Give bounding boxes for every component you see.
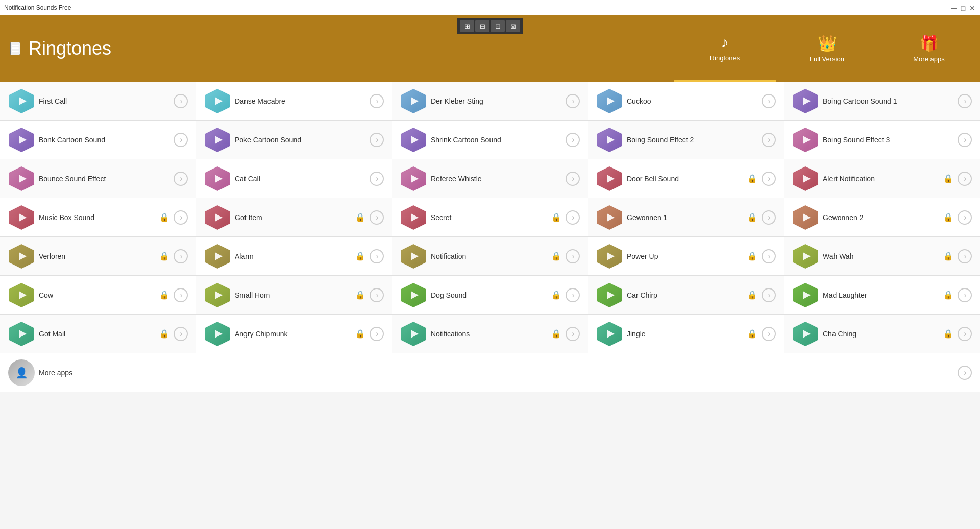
chevron-button[interactable] (566, 94, 580, 108)
play-button[interactable] (792, 321, 819, 347)
sound-name: Music Box Sound (39, 213, 155, 222)
play-button[interactable] (792, 204, 819, 231)
play-button[interactable] (792, 88, 819, 114)
sound-item: Gewonnen 1🔒 (588, 198, 784, 237)
menu-button[interactable]: ☰ (10, 42, 20, 55)
play-button[interactable] (400, 321, 427, 347)
sound-item: Poke Cartoon Sound (196, 121, 392, 159)
chevron-button[interactable] (762, 172, 776, 186)
maximize-button[interactable]: □ (960, 4, 967, 11)
sound-name: Got Mail (39, 330, 155, 338)
chevron-button[interactable] (762, 210, 776, 225)
play-button[interactable] (596, 282, 623, 308)
tab-ringtones[interactable]: ♪ Ringtones (674, 15, 776, 82)
chevron-button[interactable] (370, 133, 384, 147)
chevron-button[interactable] (958, 133, 972, 147)
chevron-button[interactable] (762, 288, 776, 302)
play-button[interactable] (8, 165, 35, 192)
chevron-button[interactable] (958, 94, 972, 108)
chevron-button[interactable] (762, 133, 776, 147)
toolbar-btn-1[interactable]: ⊞ (460, 20, 474, 32)
play-button[interactable] (8, 282, 35, 308)
sound-item: Verloren🔒 (0, 237, 196, 276)
chevron-button[interactable] (370, 210, 384, 225)
chevron-button[interactable] (370, 288, 384, 302)
play-button[interactable] (792, 243, 819, 270)
tab-full-version[interactable]: 👑 Full Version (776, 15, 878, 82)
chevron-button[interactable] (958, 172, 972, 186)
play-button[interactable] (792, 165, 819, 192)
chevron-button[interactable] (174, 288, 188, 302)
chevron-button[interactable] (566, 249, 580, 263)
play-button[interactable] (204, 282, 231, 308)
play-button[interactable] (204, 204, 231, 231)
chevron-button[interactable] (958, 249, 972, 263)
play-button[interactable] (400, 127, 427, 153)
chevron-button[interactable] (566, 288, 580, 302)
play-button[interactable] (400, 282, 427, 308)
chevron-button[interactable] (958, 327, 972, 341)
lock-icon: 🔒 (355, 251, 365, 261)
chevron-button[interactable] (174, 94, 188, 108)
play-button[interactable] (400, 204, 427, 231)
chevron-button[interactable] (762, 94, 776, 108)
toolbar-btn-3[interactable]: ⊡ (491, 20, 505, 32)
minimize-button[interactable]: ─ (950, 4, 958, 11)
play-button[interactable] (400, 243, 427, 270)
play-button[interactable] (596, 165, 623, 192)
play-button[interactable] (204, 165, 231, 192)
lock-icon: 🔒 (747, 212, 757, 222)
chevron-button[interactable] (566, 172, 580, 186)
more-apps-thumbnail: 👤 (8, 359, 35, 386)
sound-item: Der Kleber Sting (392, 82, 588, 121)
chevron-button[interactable] (958, 210, 972, 225)
chevron-button[interactable] (762, 327, 776, 341)
play-button[interactable] (596, 243, 623, 270)
play-button[interactable] (204, 243, 231, 270)
play-button[interactable] (400, 88, 427, 114)
chevron-button[interactable] (174, 327, 188, 341)
sound-name: Alarm (235, 252, 351, 260)
chevron-button[interactable] (174, 249, 188, 263)
play-button[interactable] (792, 127, 819, 153)
play-button[interactable] (8, 88, 35, 114)
lock-icon: 🔒 (551, 212, 561, 222)
sound-name: Boing Sound Effect 3 (823, 136, 953, 144)
play-button[interactable] (596, 321, 623, 347)
chevron-button[interactable] (566, 133, 580, 147)
full-version-icon: 👑 (818, 34, 837, 52)
play-button[interactable] (8, 243, 35, 270)
sound-name: Dog Sound (431, 291, 547, 299)
toolbar-btn-2[interactable]: ⊟ (475, 20, 489, 32)
play-button[interactable] (8, 204, 35, 231)
header: ☰ Ringtones ⊞ ⊟ ⊡ ⊠ ♪ Ringtones 👑 Full V… (0, 15, 980, 82)
play-button[interactable] (8, 321, 35, 347)
play-button[interactable] (596, 88, 623, 114)
chevron-button[interactable] (370, 249, 384, 263)
chevron-button[interactable] (566, 327, 580, 341)
chevron-button[interactable] (174, 210, 188, 225)
chevron-button[interactable] (370, 172, 384, 186)
tab-more-apps[interactable]: 🎁 More apps (878, 15, 980, 82)
more-apps-row[interactable]: 👤 More apps (0, 353, 980, 392)
play-button[interactable] (792, 282, 819, 308)
chevron-button[interactable] (566, 210, 580, 225)
play-button[interactable] (596, 127, 623, 153)
more-apps-chevron[interactable] (958, 366, 972, 380)
toolbar-btn-4[interactable]: ⊠ (506, 20, 520, 32)
play-button[interactable] (204, 88, 231, 114)
chevron-button[interactable] (370, 327, 384, 341)
play-button[interactable] (8, 127, 35, 153)
chevron-button[interactable] (370, 94, 384, 108)
close-button[interactable]: ✕ (969, 4, 976, 11)
play-button[interactable] (204, 321, 231, 347)
play-button[interactable] (204, 127, 231, 153)
play-button[interactable] (400, 165, 427, 192)
chevron-button[interactable] (958, 288, 972, 302)
chevron-button[interactable] (762, 249, 776, 263)
sound-item: Small Horn🔒 (196, 276, 392, 315)
play-button[interactable] (596, 204, 623, 231)
chevron-button[interactable] (174, 172, 188, 186)
sound-name: Poke Cartoon Sound (235, 136, 365, 144)
chevron-button[interactable] (174, 133, 188, 147)
